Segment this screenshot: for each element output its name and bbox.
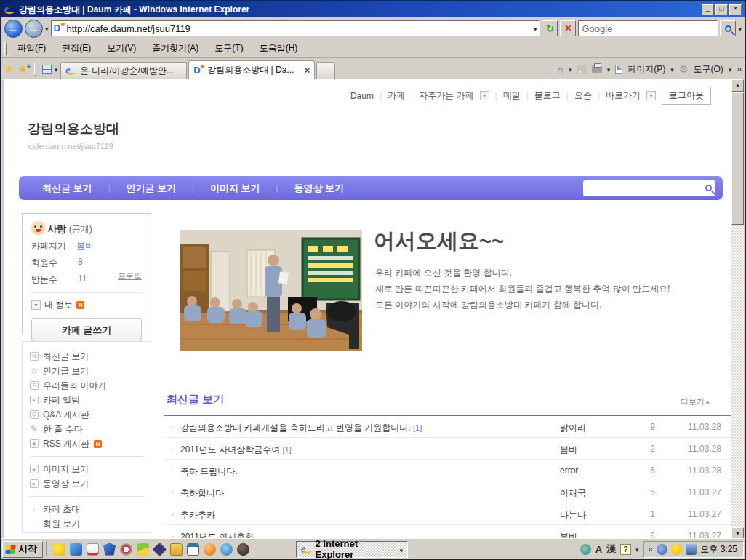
print-dropdown-icon[interactable] — [607, 64, 611, 74]
sidebar-item-members[interactable]: ·회원 보기 — [30, 516, 143, 531]
google-search-input[interactable] — [582, 23, 714, 34]
link-cafe[interactable]: 카페 — [388, 89, 405, 102]
favorites-star-icon[interactable]: ★ — [4, 63, 15, 75]
refresh-button[interactable] — [542, 20, 558, 36]
visit-count[interactable]: 11 — [78, 273, 87, 286]
quicklaunch-window-icon[interactable] — [187, 543, 199, 556]
quicklaunch-messenger-icon[interactable] — [70, 543, 82, 556]
quicklaunch-folder-icon[interactable] — [170, 543, 183, 556]
tab-onnara[interactable]: 온-나라/이광순/예방안... — [60, 62, 187, 79]
sidebar-item-popular[interactable]: 인기글 보기 — [30, 364, 143, 378]
task-group-dropdown-icon[interactable] — [399, 544, 403, 555]
quicklaunch-chick-icon[interactable] — [53, 543, 65, 556]
start-button[interactable]: 시작 — [2, 541, 43, 558]
maximize-button[interactable]: □ — [715, 4, 728, 15]
quicklaunch-photo-icon[interactable] — [137, 543, 149, 556]
search-go-button[interactable] — [720, 20, 736, 36]
menu-help[interactable]: 도움말(H) — [252, 39, 306, 57]
taskbar-ie-group-button[interactable]: 2 Internet Explorer — [296, 541, 408, 558]
url-input[interactable] — [67, 23, 531, 34]
search-options-icon[interactable] — [738, 23, 742, 33]
new-tab-stub[interactable] — [316, 62, 335, 79]
my-info-label[interactable]: 내 정보 — [44, 299, 73, 311]
quick-tabs-icon[interactable] — [42, 65, 52, 74]
quicklaunch-document-icon[interactable] — [87, 543, 99, 556]
more-link[interactable]: 더보기 — [681, 396, 710, 407]
tray-smiley-icon[interactable] — [671, 544, 682, 555]
close-button[interactable]: × — [729, 4, 742, 15]
back-button[interactable]: ← — [4, 20, 23, 38]
post-title[interactable]: 축하합니다 — [180, 487, 224, 500]
nav-popular[interactable]: 인기글 보기 — [110, 182, 192, 195]
tab-cafe-active[interactable]: 강림의용소방대 | Da... — [188, 60, 315, 79]
menu-favorites[interactable]: 즐겨찾기(A) — [144, 39, 206, 57]
cafe-search-input[interactable] — [587, 183, 705, 193]
post-title[interactable]: 축하 드립니다. — [180, 465, 238, 478]
quick-tabs-dropdown-icon[interactable] — [55, 64, 58, 74]
quicklaunch-diamond-icon[interactable] — [153, 542, 167, 556]
menu-edit[interactable]: 편집(E) — [54, 39, 99, 57]
quicklaunch-face-icon[interactable] — [237, 543, 249, 556]
sidebar-item-album[interactable]: 카페 앨범 — [30, 393, 143, 407]
quicklaunch-shield-icon[interactable] — [103, 543, 116, 556]
cafe-owner-link[interactable]: 봄비 — [76, 240, 94, 252]
print-icon[interactable] — [592, 65, 602, 73]
quicklaunch-ball-icon[interactable] — [204, 543, 216, 556]
member-count[interactable]: 8 — [78, 257, 83, 269]
post-title[interactable]: 2011년도 자녀장학금수여 [1] — [180, 444, 292, 456]
minimize-button[interactable]: _ — [702, 4, 714, 15]
nav-videos[interactable]: 동영상 보기 — [278, 182, 360, 195]
menu-tools[interactable]: 도구(T) — [206, 39, 251, 57]
sidebar-item-latest[interactable]: 최신글 보기 — [30, 349, 143, 364]
cafe-search-icon[interactable] — [705, 185, 712, 191]
tray-security-icon[interactable] — [686, 544, 697, 555]
link-yozm[interactable]: 요즘 — [574, 89, 592, 102]
sidebar-item-video-view[interactable]: 동영상 보기 — [30, 476, 143, 491]
favorite-cafes-dropdown-icon[interactable] — [480, 91, 489, 100]
shortcuts-dropdown-icon[interactable] — [646, 91, 656, 100]
profile-link[interactable]: 프로필 — [118, 271, 142, 281]
nav-latest[interactable]: 최신글 보기 — [26, 182, 108, 195]
menu-file[interactable]: 파일(F) — [9, 39, 54, 57]
tools-dropdown-icon[interactable] — [729, 64, 732, 74]
language-globe-icon[interactable] — [580, 544, 591, 555]
stop-button[interactable] — [560, 20, 576, 36]
home-icon[interactable] — [557, 63, 563, 76]
sidebar-item-our-story[interactable]: 우리들의 이야기 — [30, 378, 143, 393]
link-blog[interactable]: 블로그 — [534, 89, 561, 102]
tab-close-icon[interactable] — [305, 65, 310, 76]
lang-alpha-icon[interactable]: A — [595, 544, 602, 555]
sidebar-item-oneline[interactable]: 한 줄 수다 — [30, 422, 143, 436]
cafe-write-button[interactable]: 카페 글쓰기 — [31, 318, 142, 342]
vertical-scrollbar[interactable]: ▲ ▼ — [731, 79, 744, 540]
logout-button[interactable]: 로그아웃 — [662, 87, 711, 105]
link-shortcuts[interactable]: 바로가기 — [606, 89, 641, 102]
sidebar-item-image-view[interactable]: 이미지 보기 — [30, 462, 143, 476]
home-dropdown-icon[interactable] — [569, 64, 572, 74]
page-dropdown-icon[interactable] — [670, 64, 674, 74]
forward-button[interactable]: → — [25, 20, 43, 38]
post-title[interactable]: 강림의용소방대 카페개설을 축하드리고 번영을 기원합니다. [1] — [180, 422, 422, 434]
tray-scheduler-icon[interactable] — [657, 544, 667, 555]
link-daum[interactable]: Daum — [350, 91, 374, 101]
add-favorite-icon[interactable]: ★ — [17, 63, 28, 75]
my-info-dropdown-icon[interactable] — [31, 300, 41, 310]
ime-help-icon[interactable]: ? — [620, 544, 631, 555]
link-mail[interactable]: 메일 — [503, 89, 521, 102]
tools-menu[interactable]: 도구(O) — [693, 63, 723, 76]
post-title[interactable]: 추카추카 — [180, 509, 215, 521]
quicklaunch-q-icon[interactable] — [220, 543, 233, 556]
sidebar-item-qna[interactable]: Q&A 게시판 — [30, 407, 143, 422]
rss-feed-icon[interactable] — [577, 65, 587, 74]
scrollbar-thumb[interactable] — [731, 92, 744, 225]
quicklaunch-swirl-icon[interactable] — [120, 543, 132, 556]
menu-view[interactable]: 보기(V) — [99, 39, 144, 57]
toolbar-overflow-icon[interactable] — [737, 64, 742, 74]
scroll-up-icon[interactable]: ▲ — [731, 79, 744, 92]
lang-hanja-icon[interactable]: 漢 — [606, 543, 616, 556]
url-dropdown-icon[interactable] — [534, 23, 537, 33]
nav-images[interactable]: 이미지 보기 — [194, 182, 276, 195]
link-favorite-cafes[interactable]: 자주가는 카페 — [419, 89, 473, 102]
language-bar-options-icon[interactable] — [635, 544, 639, 554]
sidebar-item-rss[interactable]: RSS 게시판N — [30, 436, 143, 451]
